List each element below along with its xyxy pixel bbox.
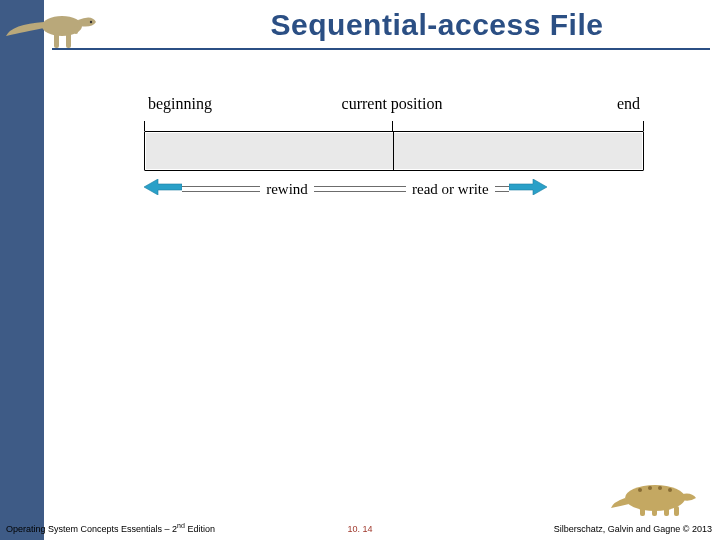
op-read-write: read or write [392,179,644,199]
tick-end [643,121,644,131]
diagram-top-labels: beginning current position end [144,95,644,121]
slide-footer: Operating System Concepts Essentials – 2… [0,510,720,540]
footer-page-number: 10. 14 [347,524,372,534]
rail-rewind [182,185,260,193]
slide-sidebar [0,0,44,540]
svg-rect-1 [54,32,59,48]
sequential-access-diagram: beginning current position end [144,95,644,207]
label-end: end [617,95,640,113]
arrow-right-icon [509,179,547,199]
diagram-operations: rewind read or write [144,179,644,207]
arrow-left-icon [144,179,182,199]
label-current-position: current position [342,95,443,113]
svg-marker-6 [509,179,547,195]
theropod-dino-icon [2,0,102,60]
slide: Sequential-access File beginning current… [0,0,720,540]
diagram-ticks [144,121,644,131]
rail-rewind-2 [314,185,392,193]
footer-left: Operating System Concepts Essentials – 2… [6,522,215,534]
op-rewind: rewind [144,179,392,199]
label-read-write: read or write [406,181,495,198]
svg-point-12 [638,488,642,492]
footer-left-post: Edition [185,524,215,534]
footer-copyright: Silberschatz, Galvin and Gagne © 2013 [554,524,712,534]
svg-point-4 [90,21,92,23]
slide-body: Sequential-access File beginning current… [44,0,720,540]
svg-rect-3 [74,26,78,34]
rail-rw-0 [392,185,406,193]
svg-marker-5 [144,179,182,195]
label-beginning: beginning [148,95,212,113]
slide-title: Sequential-access File [184,8,690,42]
svg-point-14 [658,486,662,490]
tick-current [392,121,393,131]
svg-rect-2 [66,32,71,48]
current-position-divider [393,132,394,170]
footer-left-pre: Operating System Concepts Essentials – 2 [6,524,177,534]
svg-point-13 [648,486,652,490]
rail-rw-1 [495,185,509,193]
tick-beginning [144,121,145,131]
title-underline [52,48,710,50]
svg-point-15 [668,488,672,492]
footer-left-sup: nd [177,522,185,529]
file-bar [144,131,644,171]
label-rewind: rewind [260,181,314,198]
